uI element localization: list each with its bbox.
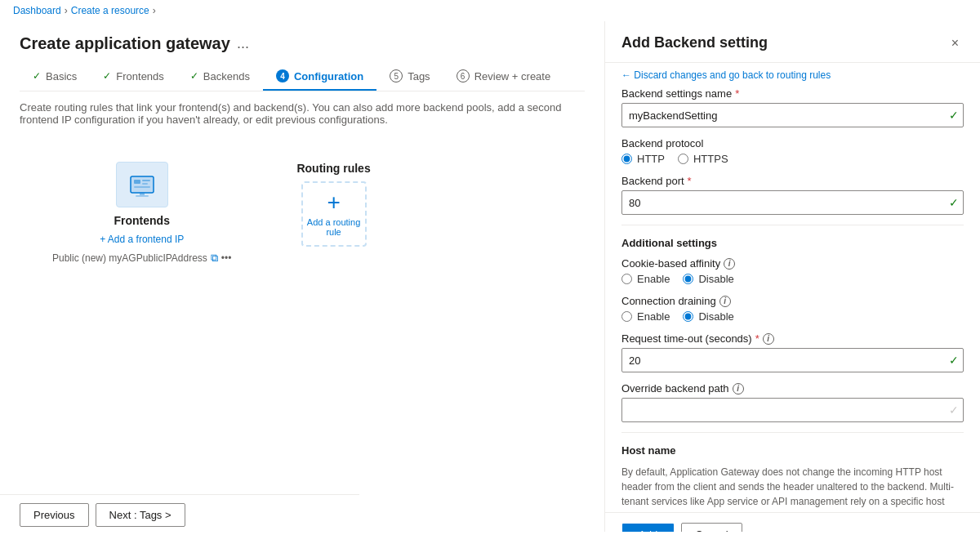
connection-draining-info-icon[interactable]: i <box>719 296 731 307</box>
request-timeout-info-icon[interactable]: i <box>763 333 774 345</box>
page-title: Create application gateway <box>20 34 230 53</box>
cookie-disable-option[interactable]: Disable <box>683 273 733 285</box>
backend-settings-name-row: Backend settings name * ✓ <box>621 87 964 127</box>
override-backend-path-info-icon[interactable]: i <box>733 383 744 395</box>
backend-settings-name-input[interactable] <box>621 103 964 127</box>
protocol-http-option[interactable]: HTTP <box>621 153 665 165</box>
backend-port-input[interactable] <box>621 190 964 215</box>
bottom-bar: Previous Next : Tags > <box>0 494 359 532</box>
draining-disable-radio[interactable] <box>683 311 693 322</box>
check-icon-frontends: ✓ <box>103 70 111 82</box>
required-star-2: * <box>688 175 692 187</box>
check-icon-port: ✓ <box>949 196 959 209</box>
breadcrumb-dashboard[interactable]: Dashboard <box>13 5 61 16</box>
check-icon-name: ✓ <box>949 109 959 122</box>
draining-disable-option[interactable]: Disable <box>683 310 733 323</box>
cookie-enable-option[interactable]: Enable <box>621 273 670 285</box>
routing-rules-label: Routing rules <box>296 162 370 175</box>
panel-footer: Add Cancel <box>605 512 980 532</box>
frontends-svg-icon <box>127 170 157 199</box>
backend-settings-name-label: Backend settings name * <box>621 87 964 100</box>
panel-title: Add Backend setting <box>621 34 768 51</box>
tab-backends[interactable]: ✓ Backends <box>177 64 263 91</box>
breadcrumb-create-resource[interactable]: Create a resource <box>71 5 149 16</box>
required-star-1: * <box>735 87 739 100</box>
connection-draining-label: Connection draining i <box>621 295 964 307</box>
cookie-affinity-info-icon[interactable]: i <box>724 258 735 270</box>
protocol-https-radio[interactable] <box>678 154 688 164</box>
svg-rect-5 <box>134 186 150 188</box>
more-options-icon[interactable]: ••• <box>221 252 232 264</box>
backend-protocol-row: Backend protocol HTTP HTTPS <box>621 137 964 165</box>
circle-icon-tags: 5 <box>390 69 403 82</box>
divider-1 <box>621 225 964 225</box>
add-routing-rule-box[interactable]: + Add a routing rule <box>301 181 367 247</box>
request-timeout-row: Request time-out (seconds) * i ✓ <box>621 332 964 372</box>
tab-review[interactable]: 6 Review + create <box>443 63 564 91</box>
panel-back-link[interactable]: ← Discard changes and go back to routing… <box>605 63 980 87</box>
connection-draining-row: Connection draining i Enable Disable <box>621 295 964 323</box>
circle-icon-review: 6 <box>457 69 470 82</box>
tab-frontends-label: Frontends <box>116 70 164 82</box>
add-frontend-ip-link[interactable]: + Add a frontend IP <box>100 234 184 245</box>
request-timeout-input[interactable] <box>621 348 964 372</box>
frontend-address-row: Public (new) myAGPublicIPAddress ⧉ ••• <box>52 252 231 265</box>
tab-backends-label: Backends <box>203 70 250 82</box>
svg-rect-6 <box>140 193 145 195</box>
cookie-disable-radio[interactable] <box>683 274 693 284</box>
add-button[interactable]: Add <box>621 523 675 532</box>
request-timeout-label: Request time-out (seconds) * i <box>621 332 964 345</box>
backend-port-row: Backend port * ✓ <box>621 175 964 215</box>
panel-header: Add Backend setting × <box>605 21 980 63</box>
breadcrumb-sep-2: › <box>153 5 156 16</box>
check-icon-timeout: ✓ <box>949 354 959 367</box>
svg-rect-3 <box>142 180 150 181</box>
breadcrumb-sep-1: › <box>65 5 68 16</box>
copy-icon[interactable]: ⧉ <box>211 252 218 265</box>
backend-settings-name-wrapper: ✓ <box>621 103 964 127</box>
connection-draining-radio-group: Enable Disable <box>621 310 964 323</box>
draining-enable-option[interactable]: Enable <box>621 310 670 323</box>
breadcrumb: Dashboard › Create a resource › <box>0 0 980 21</box>
add-routing-rule-text: Add a routing rule <box>303 217 365 237</box>
next-button[interactable]: Next : Tags > <box>96 503 185 527</box>
svg-rect-7 <box>136 195 149 197</box>
check-icon-override: ✓ <box>949 403 959 417</box>
previous-button[interactable]: Previous <box>20 503 89 527</box>
frontends-section: Frontends + Add a frontend IP Public (ne… <box>52 162 231 265</box>
panel-close-button[interactable]: × <box>947 34 964 52</box>
add-routing-plus-icon: + <box>327 191 340 214</box>
protocol-https-option[interactable]: HTTPS <box>678 153 728 165</box>
tab-configuration[interactable]: 4 Configuration <box>263 63 376 91</box>
tab-tags[interactable]: 5 Tags <box>376 63 443 91</box>
active-icon-configuration: 4 <box>276 69 289 82</box>
cookie-affinity-radio-group: Enable Disable <box>621 273 964 285</box>
check-icon-backends: ✓ <box>190 70 198 82</box>
backend-port-wrapper: ✓ <box>621 190 964 215</box>
override-backend-path-input[interactable] <box>621 398 964 422</box>
cookie-enable-label: Enable <box>637 273 670 285</box>
cookie-affinity-row: Cookie-based affinity i Enable Disable <box>621 257 964 285</box>
cookie-enable-radio[interactable] <box>621 274 632 284</box>
protocol-http-radio[interactable] <box>621 154 632 164</box>
canvas-area: Frontends + Add a frontend IP Public (ne… <box>20 145 585 281</box>
draining-enable-radio[interactable] <box>621 311 632 322</box>
left-panel: Create application gateway ... ✓ Basics … <box>0 21 604 532</box>
svg-rect-0 <box>131 176 154 193</box>
draining-disable-label: Disable <box>698 310 733 323</box>
required-star-3: * <box>755 332 760 345</box>
page-options-dots[interactable]: ... <box>237 35 249 52</box>
panel-body: Backend settings name * ✓ Backend protoc… <box>605 87 980 512</box>
tab-configuration-label: Configuration <box>294 70 363 82</box>
routing-rules-section: Routing rules + Add a routing rule <box>296 162 370 247</box>
cancel-button[interactable]: Cancel <box>681 523 742 532</box>
svg-rect-4 <box>142 183 148 185</box>
tab-frontends[interactable]: ✓ Frontends <box>90 64 177 91</box>
tab-basics[interactable]: ✓ Basics <box>20 64 90 91</box>
tab-tags-label: Tags <box>408 70 430 82</box>
backend-port-label: Backend port * <box>621 175 964 187</box>
backend-protocol-label: Backend protocol <box>621 137 964 149</box>
override-backend-path-label: Override backend path i <box>621 382 964 395</box>
right-panel: Add Backend setting × ← Discard changes … <box>604 21 980 532</box>
draining-enable-label: Enable <box>637 310 670 323</box>
